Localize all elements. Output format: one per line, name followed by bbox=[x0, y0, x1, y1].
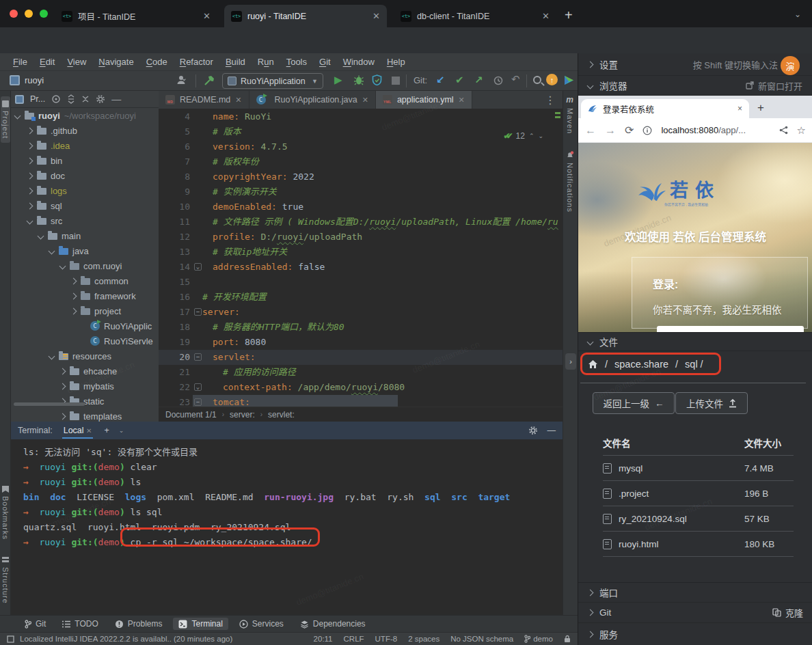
tree-item[interactable]: java bbox=[11, 243, 159, 258]
embedded-browser-tab[interactable]: 登录若依系统 × bbox=[581, 99, 749, 118]
tree-item[interactable]: CRuoYiServle bbox=[11, 333, 159, 348]
expand-panel-chevron[interactable]: › bbox=[565, 353, 576, 370]
bookmark-star-icon[interactable]: ☆ bbox=[797, 124, 806, 137]
ime-badge[interactable]: 演 bbox=[781, 56, 800, 75]
tree-item[interactable]: src bbox=[11, 213, 159, 228]
table-row[interactable]: mysql7.4 MB bbox=[603, 456, 794, 481]
chevron-right-icon[interactable] bbox=[70, 277, 77, 284]
editor-tab[interactable]: CRuoYiApplication.java✕ bbox=[249, 91, 376, 109]
tool-window-tab-bookmarks[interactable]: Bookmarks bbox=[1, 486, 10, 540]
menu-run[interactable]: Run bbox=[252, 57, 280, 67]
editor-breadcrumbs[interactable]: Document 1/1›server:›servlet: bbox=[159, 407, 563, 422]
breadcrumb-item[interactable]: servlet: bbox=[268, 410, 295, 420]
terminal-dropdown-chevron[interactable]: ⌄ bbox=[119, 427, 124, 434]
menu-tools[interactable]: Tools bbox=[280, 57, 313, 67]
browser-section-header[interactable]: 浏览器 新窗口打开 bbox=[578, 76, 812, 96]
git-push-icon[interactable]: ↗ bbox=[474, 74, 483, 86]
caret-position[interactable]: 20:11 bbox=[314, 635, 333, 643]
editor-line[interactable]: 6version: 4.7.5 bbox=[159, 139, 563, 154]
stop-icon[interactable] bbox=[392, 77, 400, 85]
line-separator[interactable]: CRLF bbox=[344, 635, 364, 643]
git-commit-icon[interactable]: ✔ bbox=[455, 74, 464, 86]
chevron-right-icon[interactable] bbox=[59, 383, 66, 389]
fold-marker-icon[interactable]: − bbox=[194, 398, 202, 406]
fold-marker-icon[interactable]: − bbox=[194, 308, 202, 316]
rollback-icon[interactable]: ↶ bbox=[511, 73, 520, 85]
chevron-down-icon[interactable] bbox=[49, 247, 55, 254]
tool-window-tab-structure[interactable]: Structure bbox=[1, 557, 10, 604]
locate-file-icon[interactable] bbox=[51, 94, 61, 104]
tree-item[interactable]: ruoyi~/workspace/ruoyi bbox=[11, 108, 159, 123]
tree-item[interactable]: doc bbox=[11, 168, 159, 183]
new-tab-button[interactable]: + bbox=[565, 8, 573, 22]
hide-terminal-icon[interactable]: — bbox=[547, 426, 556, 435]
profiler-icon[interactable] bbox=[372, 74, 382, 85]
tree-item[interactable]: .github bbox=[11, 123, 159, 138]
editor-line[interactable]: 23−tomcat: bbox=[159, 395, 563, 407]
editor-line[interactable]: 13# 获取ip地址开关 bbox=[159, 245, 563, 260]
chevron-right-icon[interactable] bbox=[70, 292, 77, 299]
tool-window-tab-project[interactable]: Project bbox=[1, 96, 10, 143]
upload-file-button[interactable]: 上传文件 bbox=[675, 392, 748, 414]
chevron-right-icon[interactable] bbox=[70, 307, 77, 314]
build-hammer-icon[interactable] bbox=[204, 75, 215, 86]
table-row[interactable]: ruoyi.html180 KB bbox=[603, 532, 794, 557]
editor-line[interactable]: 9# 实例演示开关 bbox=[159, 184, 563, 200]
new-terminal-icon[interactable]: + bbox=[104, 426, 109, 435]
tree-item[interactable]: resources bbox=[11, 348, 159, 363]
expand-all-icon[interactable] bbox=[67, 94, 75, 104]
mac-close-button[interactable] bbox=[10, 10, 18, 18]
chevron-down-icon[interactable] bbox=[14, 112, 21, 119]
debug-bug-icon[interactable] bbox=[353, 74, 364, 86]
back-icon[interactable]: ← bbox=[585, 124, 596, 137]
forward-icon[interactable]: → bbox=[605, 124, 616, 137]
tool-window-button-services[interactable]: Services bbox=[234, 618, 289, 630]
editor-line[interactable]: 18# 服务器的HTTP端口，默认为80 bbox=[159, 320, 563, 335]
hide-panel-icon[interactable]: — bbox=[111, 94, 121, 105]
tool-window-button-terminal[interactable]: Terminal bbox=[173, 618, 228, 630]
user-icon[interactable] bbox=[176, 74, 189, 85]
tree-item[interactable]: CRuoYiApplic bbox=[11, 318, 159, 333]
ports-section-header[interactable]: 端口 bbox=[578, 582, 812, 603]
files-section-header[interactable]: 文件 bbox=[578, 332, 812, 351]
git-update-icon[interactable]: ↙ bbox=[436, 74, 445, 86]
editor-line[interactable]: 5# 版本 bbox=[159, 124, 563, 139]
tree-item[interactable]: .idea bbox=[11, 138, 159, 153]
clone-button[interactable]: 克隆 bbox=[772, 606, 803, 619]
status-message[interactable]: Localized IntelliJ IDEA 2022.2.2 is avai… bbox=[20, 635, 232, 643]
editor-line[interactable]: 17−server: bbox=[159, 305, 563, 320]
open-new-window-button[interactable]: 新窗口打开 bbox=[746, 79, 802, 92]
login-input-partial[interactable] bbox=[657, 326, 804, 332]
menu-help[interactable]: Help bbox=[381, 57, 411, 67]
mac-zoom-button[interactable] bbox=[40, 10, 48, 18]
tree-item[interactable]: framework bbox=[11, 288, 159, 303]
close-icon[interactable]: × bbox=[737, 104, 742, 113]
titanide-logo-icon[interactable] bbox=[563, 74, 575, 86]
chevron-right-icon[interactable] bbox=[27, 187, 33, 194]
tree-item[interactable]: mybatis bbox=[11, 379, 159, 394]
terminal-gear-icon[interactable] bbox=[528, 426, 538, 435]
chevron-right-icon[interactable] bbox=[27, 202, 33, 209]
mac-minimize-button[interactable] bbox=[25, 10, 33, 18]
editor-line[interactable]: 8copyrightYear: 2022 bbox=[159, 169, 563, 184]
tree-item[interactable]: common bbox=[11, 273, 159, 288]
tool-window-button-git[interactable]: Git bbox=[19, 618, 51, 630]
editor-line[interactable]: 4name: RuoYi bbox=[159, 109, 563, 124]
embedded-new-tab-button[interactable]: + bbox=[757, 101, 764, 115]
editor-line[interactable]: 12profile: D:/ruoyi/uploadPath bbox=[159, 230, 563, 245]
search-everywhere-icon[interactable] bbox=[533, 76, 541, 84]
go-up-button[interactable]: 返回上一级← bbox=[593, 392, 675, 414]
close-tab-icon[interactable]: ✕ bbox=[203, 11, 211, 21]
gear-icon[interactable] bbox=[96, 94, 105, 104]
table-row[interactable]: .project196 B bbox=[603, 481, 794, 506]
editor-tabs-kebab-icon[interactable]: ⋮ bbox=[538, 94, 563, 107]
collapse-all-icon[interactable] bbox=[81, 95, 90, 103]
menu-view[interactable]: View bbox=[61, 57, 92, 67]
chevron-right-icon[interactable] bbox=[27, 172, 33, 179]
menu-build[interactable]: Build bbox=[219, 57, 252, 67]
tree-item[interactable]: com.ruoyi bbox=[11, 258, 159, 273]
editor-line[interactable]: 14⌄addressEnabled: false bbox=[159, 260, 563, 275]
chevron-down-icon[interactable] bbox=[59, 262, 66, 269]
breadcrumb-item[interactable]: server: bbox=[230, 410, 255, 420]
update-available-icon[interactable]: ↑ bbox=[546, 74, 558, 85]
